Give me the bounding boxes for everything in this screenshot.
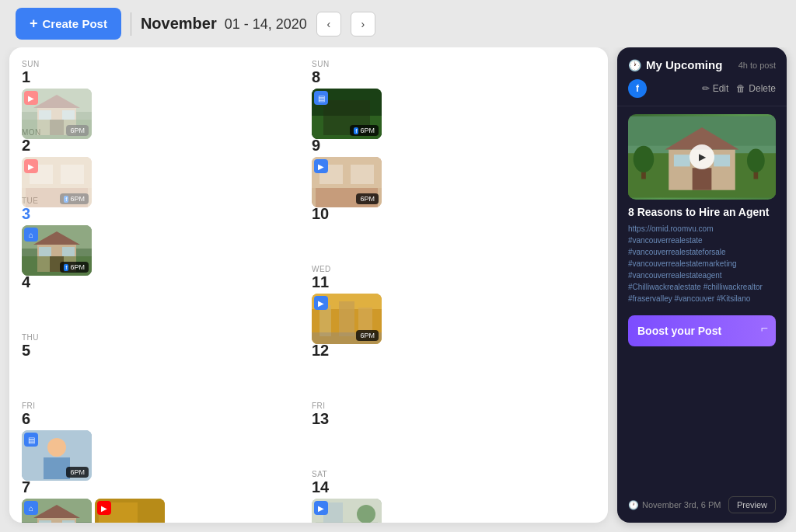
sidebar-footer: 🕐 November 3rd, 6 PM Preview (617, 490, 787, 523)
post-thumb-p4[interactable]: ▶6PM (312, 157, 382, 207)
day-number: 3 (22, 205, 305, 222)
day-header-fri6: FRI6 (22, 402, 305, 427)
calendar-day-sat14: SAT14 ▶6PM (312, 470, 595, 523)
svg-rect-27 (62, 247, 75, 256)
svg-rect-20 (351, 165, 374, 184)
platform-icon: ▶ (24, 91, 38, 105)
next-nav-button[interactable]: › (351, 12, 375, 37)
prev-nav-button[interactable]: ‹ (316, 12, 341, 37)
time-badge: f6PM (60, 262, 89, 273)
svg-rect-44 (62, 520, 75, 523)
create-post-button[interactable]: + Create Post (16, 8, 121, 40)
day-name: FRI (22, 402, 305, 410)
calendar-day-sun1: SUN1 ▶6PM (22, 60, 305, 122)
day-header-sun8: SUN8 (312, 60, 595, 85)
platform-icon: ▶ (314, 296, 328, 310)
day-header-fri13: FRI13 (312, 402, 595, 427)
platform-icon: ⌂ (24, 501, 38, 515)
day-name: SUN (312, 60, 595, 68)
time-badge: 6PM (66, 125, 89, 136)
delete-button[interactable]: 🗑 Delete (736, 83, 776, 94)
post-date: 🕐 November 3rd, 6 PM (628, 500, 721, 510)
svg-point-36 (47, 438, 66, 457)
day-number: 11 (312, 273, 595, 290)
post-thumb-p5[interactable]: ⌂f6PM (22, 225, 92, 276)
date-range: November 01 - 14, 2020 (141, 15, 307, 33)
time-badge: 6PM (66, 467, 89, 478)
platform-icon: ⌂ (24, 228, 38, 242)
svg-rect-5 (39, 110, 51, 120)
calendar-day-wed11: WED11 ▶6PM (312, 265, 595, 327)
time-badge: 6PM (356, 330, 379, 341)
day-header-sat14: SAT14 (312, 470, 595, 495)
post-thumb-p2[interactable]: ▤f6PM (312, 89, 382, 139)
day-name: WED (312, 265, 595, 273)
day-posts: ▶6PM (312, 499, 595, 523)
post-thumb-p9[interactable]: ▶8PM (95, 499, 165, 523)
time-badge: 6PM (356, 193, 379, 204)
sidebar-actions: f ✏ Edit 🗑 Delete (617, 79, 787, 106)
calendar-day-thu5: THU5 (22, 333, 305, 395)
svg-rect-31 (319, 305, 331, 336)
sidebar-title: 🕐 My Upcoming (628, 58, 722, 71)
calendar: SUN1 ▶6PMSUN8 ▤f6PMMON2 (9, 47, 608, 523)
day-name: SUN (22, 60, 305, 68)
platform-icon: ▶ (97, 501, 111, 515)
platform-icon: ▶ (24, 159, 38, 173)
plus-icon: + (30, 16, 38, 32)
day-number: 13 (312, 410, 595, 427)
post-thumb-p3[interactable]: ▶f6PM (22, 157, 92, 207)
day-header-sun1: SUN1 (22, 60, 305, 85)
platform-icon: ▶ (314, 159, 328, 173)
post-thumb-p8[interactable]: ⌂f6PM (22, 499, 92, 523)
trash-icon: 🗑 (736, 83, 745, 94)
platform-icon: ▶ (314, 501, 328, 515)
calendar-day-fri13: FRI13 (312, 402, 595, 464)
sidebar-header: 🕐 My Upcoming 4h to post (617, 47, 787, 79)
day-number: 5 (22, 342, 305, 359)
day-number: 1 (22, 68, 305, 85)
day-number: 7 (22, 478, 305, 495)
clock-small-icon: 🕐 (628, 500, 639, 510)
facebook-icon: f (628, 79, 647, 98)
post-thumb-p1[interactable]: ▶6PM (22, 89, 92, 139)
post-title: 8 Reasons to Hire an Agent (617, 206, 787, 223)
svg-rect-43 (39, 520, 51, 523)
day-posts: ⌂f6PM ▶8PM (22, 499, 305, 523)
day-name: THU (22, 333, 305, 342)
post-thumb-p10[interactable]: ▶6PM (312, 499, 382, 523)
day-header-thu5: THU5 (22, 333, 305, 359)
platform-icon: ▤ (24, 433, 38, 447)
time-badge: f6PM (350, 125, 379, 136)
svg-rect-6 (62, 110, 75, 120)
preview-button[interactable]: Preview (728, 496, 776, 513)
day-name: SAT (312, 470, 595, 478)
post-thumb-p7[interactable]: ▤6PM (22, 430, 92, 481)
edit-button[interactable]: ✏ Edit (702, 83, 729, 94)
calendar-day-sun8: SUN8 ▤f6PM (312, 60, 595, 122)
clock-icon: 🕐 (628, 59, 641, 71)
pencil-icon: ✏ (702, 83, 710, 94)
day-number: 4 (22, 273, 305, 290)
time-to-post: 4h to post (738, 61, 776, 70)
sidebar: 🕐 My Upcoming 4h to post f ✏ Edit 🗑 Dele… (617, 47, 787, 523)
toolbar-divider (131, 12, 131, 36)
post-thumb-p6[interactable]: ▶6PM (312, 294, 382, 344)
calendar-grid: SUN1 ▶6PMSUN8 ▤f6PMMON2 (22, 60, 595, 510)
day-number: 2 (22, 137, 305, 154)
platform-icon: ▤ (314, 91, 328, 105)
svg-point-53 (357, 505, 375, 523)
time-badge: f6PM (60, 193, 89, 204)
day-number: 14 (312, 478, 595, 495)
calendar-day-fri6: FRI6 ▤6PM (22, 402, 305, 464)
day-number: 9 (312, 137, 595, 154)
day-name: FRI (312, 402, 595, 410)
day-number: 10 (312, 205, 595, 222)
svg-rect-26 (39, 247, 51, 256)
post-description: https://omid.roomvu.com#vancouverrealest… (617, 223, 787, 312)
play-button[interactable]: ▶ (690, 144, 714, 169)
boost-post-button[interactable]: Boost your Post (628, 315, 776, 346)
day-number: 12 (312, 342, 595, 359)
day-number: 8 (312, 68, 595, 85)
svg-rect-15 (61, 165, 84, 184)
